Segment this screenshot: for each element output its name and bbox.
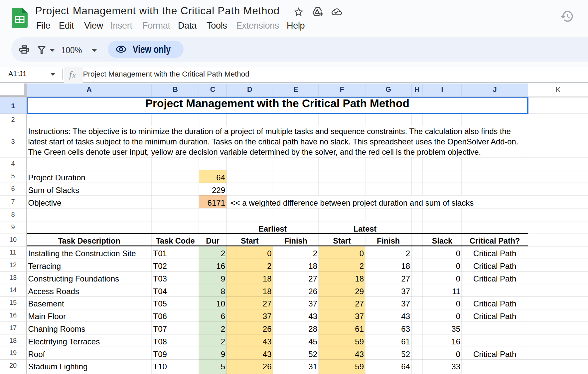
svg-text:Critical Path: Critical Path (473, 350, 516, 359)
svg-text:28: 28 (308, 324, 317, 333)
svg-text:T07: T07 (153, 324, 167, 333)
svg-text:Critical Path: Critical Path (473, 262, 516, 271)
svg-text:Instructions: The objective is: Instructions: The objective is to minimi… (28, 127, 511, 136)
svg-text:Project Duration: Project Duration (28, 173, 85, 182)
svg-text:Finish: Finish (284, 237, 307, 245)
svg-text:Dur: Dur (206, 237, 219, 245)
svg-text:Basement: Basement (28, 299, 64, 308)
svg-text:Critical Path: Critical Path (473, 312, 516, 321)
svg-text:3: 3 (11, 138, 15, 145)
svg-text:<< a weighted difference betwe: << a weighted difference between project… (231, 198, 474, 207)
svg-text:C: C (210, 86, 216, 94)
svg-text:T01: T01 (153, 249, 167, 258)
svg-text:63: 63 (401, 324, 410, 333)
svg-text:T05: T05 (153, 299, 167, 308)
svg-text:37: 37 (308, 299, 317, 308)
svg-text:F: F (340, 86, 344, 94)
svg-text:T08: T08 (153, 337, 167, 346)
svg-text:2: 2 (221, 337, 225, 346)
svg-text:9: 9 (11, 223, 15, 231)
svg-text:D: D (247, 86, 252, 94)
svg-text:16: 16 (9, 311, 17, 319)
svg-text:latest start of tasks subject: latest start of tasks subject to the min… (28, 137, 518, 146)
svg-text:2: 2 (267, 262, 271, 271)
svg-text:B: B (173, 86, 178, 94)
svg-text:Sum of Slacks: Sum of Slacks (28, 186, 79, 195)
svg-text:27: 27 (401, 274, 410, 283)
svg-text:Critical Path?: Critical Path? (470, 237, 520, 245)
svg-text:T04: T04 (153, 287, 167, 296)
svg-text:0: 0 (456, 350, 460, 359)
svg-text:10: 10 (216, 299, 225, 308)
svg-text:61: 61 (401, 337, 410, 346)
svg-text:27: 27 (263, 299, 272, 308)
svg-text:43: 43 (308, 312, 317, 321)
svg-text:H: H (414, 86, 420, 94)
svg-text:18: 18 (9, 337, 17, 344)
svg-text:229: 229 (212, 186, 225, 195)
svg-text:Chaning Rooms: Chaning Rooms (28, 324, 85, 333)
svg-text:37: 37 (401, 299, 410, 308)
svg-text:2: 2 (221, 249, 225, 258)
svg-text:The Green cells denote user in: The Green cells denote user input, yello… (28, 148, 481, 156)
svg-text:0: 0 (456, 262, 460, 271)
svg-text:Earliest: Earliest (258, 225, 287, 233)
svg-text:10: 10 (9, 236, 17, 243)
svg-text:31: 31 (308, 362, 317, 371)
svg-text:Critical Path: Critical Path (473, 274, 516, 283)
svg-text:5: 5 (221, 362, 225, 371)
svg-text:14: 14 (9, 286, 17, 293)
svg-text:Slack: Slack (432, 237, 453, 245)
svg-text:Electrifying Terraces: Electrifying Terraces (28, 337, 100, 346)
svg-text:T10: T10 (153, 362, 167, 371)
svg-text:Roof: Roof (28, 350, 45, 359)
svg-text:17: 17 (9, 324, 17, 331)
svg-text:18: 18 (401, 262, 410, 271)
svg-text:9: 9 (221, 350, 225, 359)
svg-text:5: 5 (11, 172, 15, 180)
svg-text:43: 43 (263, 350, 272, 359)
svg-text:6171: 6171 (208, 198, 225, 207)
svg-text:2: 2 (221, 324, 225, 333)
svg-text:1: 1 (11, 102, 15, 109)
svg-text:37: 37 (355, 312, 364, 321)
svg-text:26: 26 (263, 324, 272, 333)
svg-text:64: 64 (401, 362, 410, 371)
svg-text:26: 26 (308, 287, 317, 296)
svg-text:Task Description: Task Description (58, 237, 120, 245)
svg-text:E: E (293, 86, 298, 94)
svg-text:37: 37 (401, 287, 410, 296)
svg-text:I: I (441, 86, 443, 94)
svg-text:6: 6 (11, 185, 15, 192)
svg-text:Project Management with the Cr: Project Management with the Critical Pat… (145, 97, 409, 109)
svg-text:J: J (493, 86, 497, 94)
svg-text:27: 27 (355, 299, 364, 308)
svg-text:G: G (385, 86, 391, 94)
svg-text:2: 2 (11, 116, 15, 123)
svg-text:T06: T06 (153, 312, 167, 321)
svg-text:59: 59 (355, 337, 364, 346)
svg-text:Critical Path: Critical Path (473, 249, 516, 258)
svg-text:26: 26 (263, 362, 272, 371)
svg-text:T09: T09 (153, 350, 167, 359)
svg-text:52: 52 (308, 350, 317, 359)
svg-text:Constructing Foundations: Constructing Foundations (28, 274, 119, 283)
svg-text:0: 0 (456, 312, 460, 321)
svg-text:7: 7 (11, 198, 15, 205)
svg-text:0: 0 (456, 249, 460, 258)
svg-text:37: 37 (263, 312, 272, 321)
svg-text:Installing the Construction Si: Installing the Construction Site (28, 249, 136, 258)
svg-text:T03: T03 (153, 274, 167, 283)
svg-text:0: 0 (456, 274, 460, 283)
svg-text:Finish: Finish (377, 237, 400, 245)
svg-text:59: 59 (355, 362, 364, 371)
svg-text:43: 43 (355, 350, 364, 359)
svg-text:35: 35 (451, 324, 460, 333)
svg-text:8: 8 (221, 287, 225, 296)
svg-text:43: 43 (263, 337, 272, 346)
svg-text:61: 61 (355, 324, 364, 333)
svg-text:Access Roads: Access Roads (28, 287, 79, 296)
svg-text:Latest: Latest (354, 225, 376, 233)
svg-text:0: 0 (267, 249, 271, 258)
svg-text:Critical Path: Critical Path (473, 299, 516, 308)
